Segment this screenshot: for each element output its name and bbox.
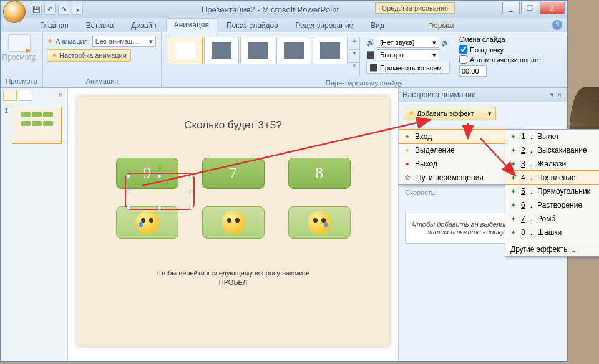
effect-dissolve[interactable]: ✦6. Растворение: [505, 198, 599, 212]
thumbnail-pane: × 1: [1, 88, 68, 361]
effect-category-menu: ✦Вход▶ ✦Выделение▶ ✦Выход▶ ☆Пути перемещ…: [399, 129, 521, 185]
star-icon: ✦: [510, 188, 516, 196]
pane-dropdown-icon[interactable]: ▾: [548, 91, 556, 99]
thumb-pane-close-icon[interactable]: ×: [56, 90, 65, 102]
preview-icon: [8, 34, 31, 52]
quick-access-toolbar: 💾 ↶ ↷ ▾: [31, 4, 83, 15]
preview-button[interactable]: Просмотр: [4, 34, 34, 62]
star-icon: ✦: [510, 133, 516, 141]
on-click-checkbox[interactable]: По щелчку: [459, 46, 504, 54]
speed-dropdown[interactable]: Быстро▾: [377, 49, 439, 60]
tab-format[interactable]: Формат: [420, 19, 463, 32]
minimize-button[interactable]: _: [502, 2, 520, 14]
effect-appear[interactable]: ✦4. Появление: [505, 170, 599, 185]
speed-icon: ⬛: [366, 51, 375, 59]
path-icon: ☆: [404, 173, 411, 182]
emoji-button[interactable]: [202, 206, 265, 239]
tab-view[interactable]: Вид: [363, 19, 392, 32]
menu-emphasis[interactable]: ✦Выделение▶: [399, 143, 520, 157]
entrance-effects-menu: ✦1. Вылет ✦2. Выскакивание ✦3. Жалюзи ✦4…: [505, 129, 599, 257]
answer-button-7[interactable]: 7: [202, 158, 265, 189]
outline-tab[interactable]: [19, 90, 32, 101]
maximize-button[interactable]: ❐: [521, 2, 538, 14]
auto-after-checkbox[interactable]: Автоматически после:: [459, 55, 540, 64]
selection-handles[interactable]: [129, 176, 191, 208]
group-preview-label: Просмотр: [4, 76, 39, 86]
answer-button-8[interactable]: 8: [288, 158, 351, 189]
workspace: × 1 Сколько будет 3+5? 9 7 8: [1, 88, 567, 361]
menu-entrance[interactable]: ✦Вход▶: [399, 129, 521, 144]
slide-thumbnail[interactable]: 1: [4, 107, 64, 144]
window-title: Презентация2 - Microsoft PowerPoint: [202, 5, 339, 14]
effect-box[interactable]: ✦5. Прямоугольник: [505, 184, 599, 198]
office-button[interactable]: [3, 1, 26, 23]
tab-slideshow[interactable]: Показ слайдов: [218, 19, 286, 32]
group-transition-label: Переход к этому слайду: [165, 78, 563, 88]
redo-icon[interactable]: ↷: [58, 4, 69, 15]
transition-item[interactable]: [313, 37, 348, 64]
ribbon: Просмотр Просмотр ✦ Анимация: Без анимац…: [1, 32, 567, 88]
pane-header: Настройка анимации ▾ ×: [399, 88, 567, 102]
slide-canvas[interactable]: Сколько будет 3+5? 9 7 8 Чтобы перейти к…: [68, 88, 399, 361]
transition-item[interactable]: [276, 37, 311, 64]
sound-icon: 🔊: [366, 39, 375, 47]
tab-design[interactable]: Дизайн: [123, 19, 164, 32]
star-icon: ✦: [510, 146, 516, 155]
star-icon: ✦: [510, 229, 516, 237]
apply-icon: ⬛: [369, 64, 378, 72]
volume-icon[interactable]: 🔉: [441, 39, 450, 47]
emoji-button[interactable]: [288, 206, 351, 239]
group-animation-label: Анимация: [47, 76, 157, 86]
effect-fly-in[interactable]: ✦1. Вылет: [505, 130, 599, 143]
tab-animation[interactable]: Анимация: [166, 18, 217, 32]
sound-dropdown[interactable]: [Нет звука]▾: [377, 37, 439, 48]
star-icon: ✦: [404, 160, 410, 168]
titlebar: 💾 ↶ ↷ ▾ Презентация2 - Microsoft PowerPo…: [1, 1, 567, 18]
effect-bounce[interactable]: ✦2. Выскакивание: [505, 143, 599, 157]
close-button[interactable]: X: [540, 2, 565, 14]
gear-star-icon: ✦: [51, 51, 57, 60]
qat-more-icon[interactable]: ▾: [72, 4, 83, 15]
help-icon[interactable]: ?: [552, 20, 562, 30]
slide-question: Сколько будет 3+5?: [77, 97, 389, 132]
star-icon: ✦: [404, 146, 410, 155]
undo-icon[interactable]: ↶: [44, 4, 56, 15]
transition-none[interactable]: [168, 37, 203, 64]
ribbon-tabs: Главная Вставка Дизайн Анимация Показ сл…: [1, 18, 567, 32]
slide-hint: Чтобы перейти к следующему вопросу нажми…: [77, 269, 389, 288]
star-icon: ✦: [510, 201, 516, 209]
save-icon[interactable]: 💾: [31, 4, 42, 15]
animation-pane: Настройка анимации ▾ × ✦ Добавить эффект…: [399, 88, 567, 361]
menu-exit[interactable]: ✦Выход▶: [399, 157, 520, 171]
animation-settings-button[interactable]: ✦ Настройка анимации: [47, 49, 131, 62]
star-icon: ✦: [47, 37, 53, 46]
star-icon: ✦: [408, 109, 414, 118]
effect-diamond[interactable]: ✦7. Ромб: [505, 212, 599, 226]
more-effects[interactable]: Другие эффекты...: [505, 242, 599, 256]
effect-blinds[interactable]: ✦3. Жалюзи: [505, 157, 599, 171]
apply-to-all-button[interactable]: ⬛Применить ко всем: [366, 62, 450, 74]
slides-tab[interactable]: [3, 90, 17, 101]
emoji-button[interactable]: [116, 206, 178, 239]
transition-gallery[interactable]: ▴▾≡: [165, 34, 363, 78]
transition-item[interactable]: [240, 37, 275, 64]
star-icon: ✦: [510, 160, 516, 168]
auto-time-input[interactable]: [459, 65, 487, 77]
star-icon: ✦: [510, 215, 516, 223]
context-tools-label: Средства рисования: [375, 2, 455, 14]
star-icon: ✦: [510, 174, 516, 182]
advance-slide-title: Смена слайда: [459, 36, 558, 43]
menu-motion-paths[interactable]: ☆Пути перемещения▶: [399, 171, 520, 184]
tab-home[interactable]: Главная: [32, 19, 77, 32]
effect-checkerboard[interactable]: ✦8. Шашки: [505, 226, 599, 239]
add-effect-button[interactable]: ✦ Добавить эффект ▾: [404, 107, 496, 120]
star-icon: ✦: [404, 133, 410, 141]
window-controls: _ ❐ X: [502, 2, 565, 14]
pane-close-icon[interactable]: ×: [556, 91, 563, 98]
transition-item[interactable]: [204, 37, 239, 64]
tab-review[interactable]: Рецензирование: [288, 19, 362, 32]
gallery-more[interactable]: ▴▾≡: [349, 37, 360, 75]
tab-insert[interactable]: Вставка: [78, 19, 122, 32]
slide: Сколько будет 3+5? 9 7 8 Чтобы перейти к…: [77, 97, 389, 346]
animation-dropdown[interactable]: Без анимац...▾: [92, 36, 156, 47]
